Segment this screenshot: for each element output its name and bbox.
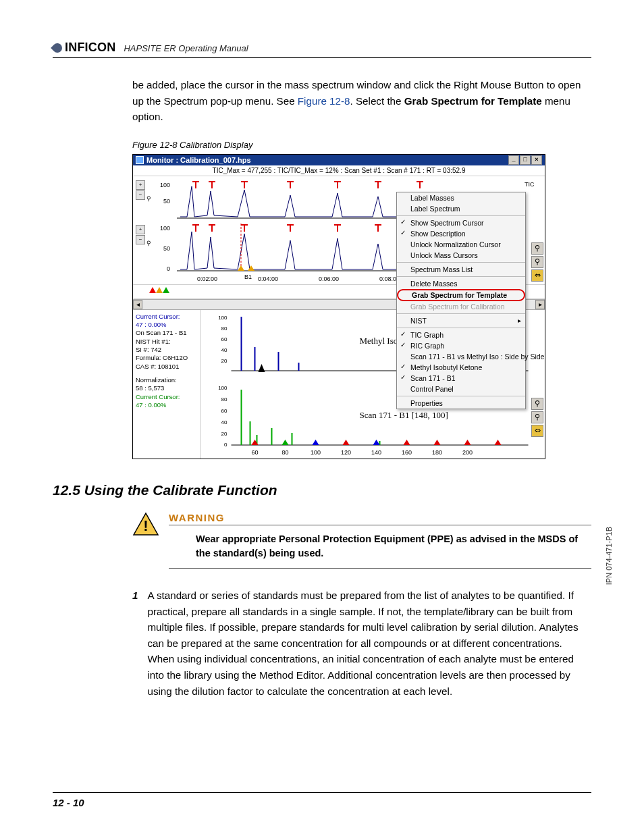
zoom-in-icon[interactable]: ⚲ (531, 242, 543, 255)
ipn-code: IPN 074-471-P1B (605, 527, 613, 585)
intro-bold: Grab Spectrum for Template (404, 95, 542, 107)
axis-buttons-mid[interactable]: +− (136, 225, 145, 245)
app-icon (136, 156, 144, 164)
info-line: NIST Hit #1: (136, 338, 198, 346)
info-line: SI #: 742 (136, 346, 198, 354)
menu-delete-masses[interactable]: Delete Masses (397, 278, 525, 289)
warning-text: Wear appropriate Personal Protection Equ… (196, 532, 591, 562)
svg-text:B1: B1 (244, 273, 252, 280)
svg-text:!: ! (143, 517, 148, 534)
info-line: Current Cursor: (136, 393, 198, 401)
info-line: Current Cursor: (136, 313, 198, 321)
menu-tic-graph[interactable]: TIC Graph (397, 330, 525, 340)
menu-nist[interactable]: NIST (397, 315, 525, 326)
menu-show-spectrum-cursor[interactable]: Show Spectrum Cursor (397, 217, 525, 228)
zoom-in-icon[interactable]: ⚲ (531, 398, 543, 410)
svg-text:50: 50 (163, 198, 170, 205)
axis-zoom-icon[interactable]: ⚲ (146, 240, 151, 246)
scroll-right-icon[interactable]: ▸ (535, 300, 545, 309)
svg-text:40: 40 (221, 347, 227, 353)
svg-marker-37 (248, 265, 254, 271)
menu-label-masses[interactable]: Label Masses (397, 192, 525, 203)
axis-buttons-top[interactable]: +− (136, 180, 145, 201)
svg-text:40: 40 (221, 419, 227, 425)
spectrum-info-panel: Current Cursor: 47 : 0.00% On Scan 171 -… (133, 310, 201, 459)
svg-text:120: 120 (341, 449, 351, 456)
svg-text:20: 20 (221, 358, 227, 364)
info-line: CAS #: 108101 (136, 363, 198, 371)
info-line: On Scan 171 - B1 (136, 329, 198, 337)
brand-text: INFICON (65, 41, 115, 55)
info-line: Normalization: (136, 376, 198, 384)
svg-text:60: 60 (251, 449, 258, 456)
menu-methyl-iso[interactable]: Methyl Isobutyl Ketone (397, 362, 525, 373)
section-heading: 12.5 Using the Calibrate Function (53, 482, 591, 498)
svg-text:100: 100 (160, 225, 170, 232)
menu-grab-spectrum-template[interactable]: Grab Spectrum for Template (397, 289, 525, 301)
menu-properties[interactable]: Properties (397, 398, 525, 409)
svg-marker-74 (434, 440, 441, 445)
manual-title: HAPSITE ER Operating Manual (124, 43, 248, 55)
figure-crossref-link[interactable]: Figure 12-8 (298, 95, 350, 107)
svg-text:0: 0 (224, 442, 227, 448)
svg-text:140: 140 (371, 449, 381, 456)
info-line: 58 : 5,573 (136, 384, 198, 392)
zoom-out-icon[interactable]: ⚲ (531, 256, 543, 268)
menu-label-spectrum[interactable]: Label Spectrum (397, 203, 525, 214)
fit-icon[interactable]: ⇔ (531, 425, 543, 437)
menu-spectrum-mass-list[interactable]: Spectrum Mass List (397, 264, 525, 275)
menu-grab-spectrum-calibration[interactable]: Grab Spectrum for Calibration (397, 301, 525, 312)
svg-text:80: 80 (221, 325, 227, 332)
window-title: Monitor : Calibration_007.hps (146, 156, 251, 164)
chart-status-line: TIC_Max = 477,255 : TIC/TIC_Max = 12% : … (133, 165, 545, 176)
spectrum-context-menu[interactable]: Label Masses Label Spectrum Show Spectru… (396, 192, 526, 409)
info-line: Formula: C6H12O (136, 354, 198, 362)
svg-text:20: 20 (221, 431, 227, 437)
chart-tool-buttons[interactable]: ⚲ ⚲ ⇔ (531, 242, 543, 282)
brand-logo: INFICON (53, 41, 115, 55)
spectrum-tool-buttons[interactable]: ⚲ ⚲ ⇔ (531, 398, 543, 437)
zoom-out-icon[interactable]: ⚲ (531, 411, 543, 423)
menu-ric-graph[interactable]: RIC Graph (397, 340, 525, 351)
menu-scan-vs-methyl[interactable]: Scan 171 - B1 vs Methyl Iso : Side by Si… (397, 351, 525, 362)
svg-marker-73 (404, 440, 410, 445)
warning-block: ! WARNING Wear appropriate Personal Prot… (132, 512, 591, 576)
step-text: A standard or series of standards must b… (147, 588, 591, 699)
intro-mid: . Select the (350, 95, 404, 107)
menu-control-panel[interactable]: Control Panel (397, 384, 525, 394)
maximize-button[interactable]: □ (520, 155, 531, 165)
figure-caption: Figure 12-8 Calibration Display (132, 140, 591, 150)
fit-icon[interactable]: ⇔ (531, 269, 543, 282)
svg-text:180: 180 (432, 449, 442, 456)
axis-zoom-icon[interactable]: ⚲ (146, 195, 151, 202)
svg-marker-36 (238, 265, 244, 271)
svg-marker-54 (259, 364, 265, 372)
svg-text:200: 200 (462, 449, 473, 456)
tic-legend-label: TIC (525, 181, 535, 188)
svg-text:80: 80 (281, 449, 288, 456)
logo-glyph-icon (51, 41, 64, 55)
svg-text:0:02:00: 0:02:00 (197, 276, 217, 282)
svg-text:100: 100 (160, 182, 170, 188)
window-titlebar[interactable]: Monitor : Calibration_007.hps _ □ × (133, 155, 545, 165)
page-number: 12 - 10 (53, 797, 84, 808)
svg-text:0:06:00: 0:06:00 (319, 276, 339, 282)
menu-unlock-norm-cursor[interactable]: Unlock Normalization Cursor (397, 239, 525, 250)
svg-text:50: 50 (163, 245, 170, 252)
marker-triangles[interactable] (149, 287, 169, 293)
warning-icon: ! (132, 512, 159, 539)
scroll-left-icon[interactable]: ◂ (133, 300, 142, 309)
menu-unlock-mass-cursors[interactable]: Unlock Mass Cursors (397, 250, 525, 261)
intro-paragraph: be added, place the cursor in the mass s… (132, 77, 591, 125)
close-button[interactable]: × (531, 155, 542, 165)
svg-text:0:04:00: 0:04:00 (258, 276, 278, 282)
info-line: 47 : 0.00% (136, 321, 198, 329)
menu-scan-b1[interactable]: Scan 171 - B1 (397, 373, 525, 384)
svg-marker-71 (343, 440, 350, 445)
step-1: 1 A standard or series of standards must… (132, 588, 591, 699)
svg-text:0: 0 (167, 265, 170, 272)
info-line: 47 : 0.00% (136, 401, 198, 409)
minimize-button[interactable]: _ (508, 155, 519, 165)
menu-show-description[interactable]: Show Description (397, 228, 525, 239)
svg-text:100: 100 (218, 385, 227, 391)
